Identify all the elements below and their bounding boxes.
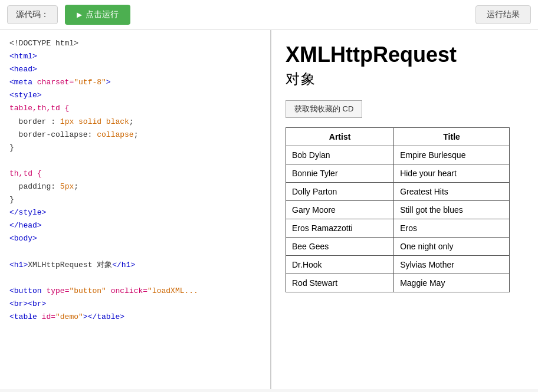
code-line: <body> bbox=[9, 232, 261, 245]
top-bar: 源代码： 点击运行 运行结果 bbox=[0, 0, 538, 30]
code-token: "loadXML... bbox=[147, 286, 198, 295]
code-token: <body> bbox=[9, 234, 37, 243]
code-line: border : 1px solid black; bbox=[9, 116, 261, 129]
result-title: XMLHttpRequest bbox=[286, 42, 524, 67]
table-row: Bob DylanEmpire Burlesque bbox=[286, 146, 510, 164]
code-line: } bbox=[9, 141, 261, 154]
code-token: <meta bbox=[9, 78, 37, 87]
code-panel[interactable]: <!DOCTYPE html><html><head><meta charset… bbox=[0, 30, 271, 389]
code-line: border-collapse: collapse; bbox=[9, 129, 261, 141]
code-token: </h1> bbox=[112, 261, 135, 269]
table-row: Eros RamazzottiEros bbox=[286, 219, 510, 238]
cd-table: ArtistTitleBob DylanEmpire BurlesqueBonn… bbox=[286, 127, 510, 292]
code-line: <head> bbox=[9, 63, 261, 76]
code-line bbox=[9, 246, 261, 259]
code-line: th,td { bbox=[9, 167, 261, 180]
code-token: ; bbox=[74, 182, 78, 191]
run-button[interactable]: 点击运行 bbox=[65, 5, 130, 25]
code-token: <head> bbox=[9, 65, 37, 74]
code-line: <html> bbox=[9, 50, 261, 63]
code-token: border : bbox=[9, 117, 60, 126]
code-token: XMLHttpRequest 对象 bbox=[28, 261, 112, 269]
code-line: table,th,td { bbox=[9, 102, 261, 115]
result-label: 运行结果 bbox=[475, 5, 531, 24]
code-token: <html> bbox=[9, 52, 37, 61]
code-token: onclick= bbox=[106, 286, 147, 295]
code-token: padding: bbox=[9, 182, 60, 191]
code-token: border-collapse: bbox=[9, 130, 97, 139]
table-cell: Bee Gees bbox=[286, 238, 394, 256]
code-content: <!DOCTYPE html><html><head><meta charset… bbox=[9, 37, 261, 324]
table-cell: Bob Dylan bbox=[286, 146, 394, 164]
code-line: <button type="button" onclick="loadXML..… bbox=[9, 285, 261, 298]
code-token: } bbox=[9, 143, 14, 152]
code-token: <h1> bbox=[9, 261, 28, 269]
code-token: charset= bbox=[37, 78, 74, 87]
code-token: </style> bbox=[9, 208, 46, 217]
code-line bbox=[9, 272, 261, 285]
code-line: <br><br> bbox=[9, 298, 261, 311]
table-cell: Still got the blues bbox=[394, 201, 510, 219]
table-cell: Bonnie Tyler bbox=[286, 164, 394, 183]
result-subtitle: 对象 bbox=[286, 70, 524, 88]
main-container: <!DOCTYPE html><html><head><meta charset… bbox=[0, 30, 538, 389]
result-panel[interactable]: XMLHttpRequest 对象 获取我收藏的 CD ArtistTitleB… bbox=[271, 30, 538, 389]
code-token: th,td { bbox=[9, 169, 42, 178]
code-token: <style> bbox=[9, 91, 42, 100]
code-token: 5px bbox=[60, 182, 74, 191]
code-token: <br><br> bbox=[9, 299, 46, 308]
get-cd-button[interactable]: 获取我收藏的 CD bbox=[286, 100, 362, 118]
code-token: 1px solid black bbox=[60, 117, 129, 126]
code-token: > bbox=[106, 78, 111, 87]
table-header: Title bbox=[394, 128, 510, 146]
table-cell: Rod Stewart bbox=[286, 274, 394, 292]
code-line: <style> bbox=[9, 89, 261, 102]
code-line: </head> bbox=[9, 219, 261, 232]
table-row: Gary MooreStill got the blues bbox=[286, 201, 510, 219]
table-header: Artist bbox=[286, 128, 394, 146]
code-token: collapse bbox=[97, 130, 133, 139]
code-line: <h1>XMLHttpRequest 对象</h1> bbox=[9, 259, 261, 272]
code-token: id= bbox=[42, 312, 55, 321]
table-cell: Empire Burlesque bbox=[394, 146, 510, 164]
code-line: <table id="demo"></table> bbox=[9, 311, 261, 324]
table-cell: One night only bbox=[394, 238, 510, 256]
code-token: <button bbox=[9, 286, 46, 295]
code-token: <!DOCTYPE html> bbox=[9, 39, 78, 48]
table-row: Bee GeesOne night only bbox=[286, 238, 510, 256]
code-token: type= bbox=[46, 286, 69, 295]
code-token: ; bbox=[134, 130, 139, 139]
table-cell: Dr.Hook bbox=[286, 256, 394, 274]
code-line: <meta charset="utf-8"> bbox=[9, 76, 261, 89]
table-row: Dr.HookSylvias Mother bbox=[286, 256, 510, 274]
table-cell: Eros bbox=[394, 219, 510, 238]
code-line: </style> bbox=[9, 206, 261, 219]
table-cell: Gary Moore bbox=[286, 201, 394, 219]
code-line bbox=[9, 154, 261, 167]
table-row: Bonnie TylerHide your heart bbox=[286, 164, 510, 183]
code-token: "button" bbox=[69, 286, 106, 295]
code-token: <table bbox=[9, 312, 42, 321]
code-token: } bbox=[9, 195, 14, 204]
code-token: "demo" bbox=[55, 312, 83, 321]
table-row: Rod StewartMaggie May bbox=[286, 274, 510, 292]
code-line: <!DOCTYPE html> bbox=[9, 37, 261, 50]
table-cell: Greatest Hits bbox=[394, 183, 510, 201]
code-token: table,th,td { bbox=[9, 104, 69, 113]
table-cell: Eros Ramazzotti bbox=[286, 219, 394, 238]
code-line: } bbox=[9, 193, 261, 206]
code-line: padding: 5px; bbox=[9, 180, 261, 193]
code-token: ; bbox=[129, 117, 134, 126]
code-token: "utf-8" bbox=[74, 78, 106, 87]
code-token: ></table> bbox=[83, 312, 124, 321]
table-row: Dolly PartonGreatest Hits bbox=[286, 183, 510, 201]
source-label: 源代码： bbox=[7, 5, 58, 24]
table-cell: Maggie May bbox=[394, 274, 510, 292]
table-cell: Hide your heart bbox=[394, 164, 510, 183]
table-cell: Sylvias Mother bbox=[394, 256, 510, 274]
table-cell: Dolly Parton bbox=[286, 183, 394, 201]
code-token: </head> bbox=[9, 221, 42, 230]
